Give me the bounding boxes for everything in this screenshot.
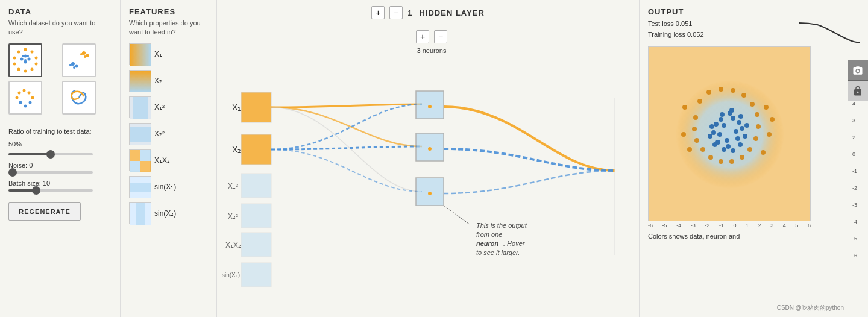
svg-point-99 xyxy=(697,99,702,104)
svg-rect-49 xyxy=(241,134,271,165)
svg-point-90 xyxy=(738,114,743,119)
svg-text:X₁X₂: X₁X₂ xyxy=(225,241,241,250)
svg-text:to see it larger.: to see it larger. xyxy=(476,249,520,256)
dataset-clusters[interactable] xyxy=(62,43,96,77)
svg-point-79 xyxy=(717,132,722,137)
svg-rect-51 xyxy=(241,174,271,198)
camera-button[interactable] xyxy=(848,60,868,81)
watermark: CSDN @吃猪肉的python xyxy=(777,304,844,312)
feature-sinx2[interactable]: sin(X₂) xyxy=(129,202,208,224)
svg-text:X₁: X₁ xyxy=(232,102,241,112)
svg-point-112 xyxy=(708,155,713,160)
svg-point-25 xyxy=(16,96,19,99)
svg-point-119 xyxy=(767,132,772,137)
dataset-circular[interactable] xyxy=(8,43,42,77)
svg-point-22 xyxy=(75,64,78,67)
svg-point-104 xyxy=(750,102,755,107)
data-panel: DATA Which dataset do you want to use? xyxy=(0,0,121,317)
svg-point-95 xyxy=(722,147,726,152)
feature-thumb-x2sq xyxy=(129,123,151,145)
svg-point-1 xyxy=(31,50,34,53)
neuron-2[interactable] xyxy=(416,133,444,161)
loss-text: Test loss 0.051 Training loss 0.052 xyxy=(648,19,704,40)
svg-point-92 xyxy=(743,134,747,139)
svg-point-15 xyxy=(22,55,24,57)
svg-point-27 xyxy=(23,89,26,92)
svg-point-97 xyxy=(708,134,712,139)
lock-button[interactable] xyxy=(848,81,868,101)
feature-thumb-x1 xyxy=(129,43,151,65)
svg-rect-41 xyxy=(130,161,140,172)
feature-sinx1[interactable]: sin(X₁) xyxy=(129,176,208,198)
svg-point-74 xyxy=(719,117,723,122)
input-node-x2sq[interactable]: X₂² xyxy=(228,204,271,228)
svg-rect-53 xyxy=(241,204,271,228)
svg-point-19 xyxy=(84,55,86,58)
output-viz-container: 6 4 3 2 0 -1 -2 -3 -4 -5 -6 xyxy=(648,46,860,221)
input-node-x1x2[interactable]: X₁X₂ xyxy=(225,233,271,257)
svg-rect-46 xyxy=(136,203,145,225)
svg-point-86 xyxy=(711,130,716,135)
svg-text:from one: from one xyxy=(476,231,502,238)
svg-point-9 xyxy=(17,50,20,53)
batch-slider[interactable] xyxy=(8,189,93,192)
dataset-spiral[interactable] xyxy=(62,81,96,115)
svg-point-11 xyxy=(28,57,31,60)
noise-slider-row xyxy=(8,171,112,174)
y-axis-labels: 6 4 3 2 0 -1 -2 -3 -4 -5 -6 xyxy=(852,84,857,259)
svg-point-8 xyxy=(13,56,16,59)
feature-x2[interactable]: X₂ xyxy=(129,70,208,92)
svg-point-28 xyxy=(28,91,31,94)
feature-thumb-x2 xyxy=(129,70,151,92)
regenerate-button[interactable]: REGENERATE xyxy=(8,202,81,221)
dataset-halfmoons[interactable] xyxy=(8,81,42,115)
svg-rect-42 xyxy=(140,161,151,172)
feature-x1x2[interactable]: X₁X₂ xyxy=(129,149,208,171)
svg-point-100 xyxy=(706,90,711,95)
svg-rect-55 xyxy=(241,233,271,257)
feature-x2sq[interactable]: X₂² xyxy=(129,123,208,145)
svg-text:X₂: X₂ xyxy=(232,145,241,154)
feature-x1sq[interactable]: X₁² xyxy=(129,96,208,118)
svg-point-118 xyxy=(764,105,769,110)
svg-point-107 xyxy=(753,136,758,141)
svg-point-77 xyxy=(734,129,738,134)
svg-point-13 xyxy=(20,57,24,60)
svg-point-96 xyxy=(712,142,717,147)
neuron-3[interactable] xyxy=(416,178,444,206)
svg-point-113 xyxy=(700,147,705,152)
svg-point-110 xyxy=(729,159,734,164)
svg-point-10 xyxy=(24,54,27,57)
noise-slider[interactable] xyxy=(8,171,93,174)
input-node-x2[interactable]: X₂ xyxy=(232,134,271,165)
svg-rect-33 xyxy=(130,44,151,66)
svg-point-105 xyxy=(755,112,760,117)
svg-point-84 xyxy=(726,144,731,149)
svg-point-111 xyxy=(719,159,723,164)
svg-point-102 xyxy=(731,88,735,93)
network-area: + − 1 HIDDEN LAYER + − 3 neurons X₁ X₂ X… xyxy=(217,0,639,317)
input-node-x1[interactable]: X₁ xyxy=(232,92,271,122)
features-panel: FEATURES Which properties do you want to… xyxy=(121,0,217,317)
training-loss-label: Training loss 0.052 xyxy=(648,30,704,40)
svg-point-81 xyxy=(731,116,735,121)
svg-point-121 xyxy=(687,147,692,152)
input-node-sinx1[interactable]: sin(X₁) xyxy=(222,263,271,287)
feature-x1[interactable]: X₁ xyxy=(129,43,208,65)
feature-label-x1sq: X₁² xyxy=(154,103,165,111)
data-panel-subtitle: Which dataset do you want to use? xyxy=(8,19,112,37)
svg-point-89 xyxy=(729,108,734,113)
x-axis-labels: -6 -5 -4 -3 -2 -1 0 1 2 3 4 5 6 xyxy=(648,222,811,228)
svg-point-3 xyxy=(35,62,38,65)
neuron-1[interactable] xyxy=(416,91,444,119)
batch-slider-row xyxy=(8,189,112,192)
svg-point-26 xyxy=(18,91,21,94)
network-svg: X₁ X₂ X₁² X₂² X₁X₂ sin(X₁) xyxy=(217,0,639,317)
svg-point-123 xyxy=(770,117,775,122)
input-node-x1sq[interactable]: X₁² xyxy=(228,174,271,198)
feature-label-x2: X₂ xyxy=(154,77,162,85)
svg-point-101 xyxy=(719,87,723,92)
svg-point-115 xyxy=(692,127,697,131)
feature-label-x2sq: X₂² xyxy=(154,130,165,138)
ratio-slider[interactable] xyxy=(8,153,93,155)
